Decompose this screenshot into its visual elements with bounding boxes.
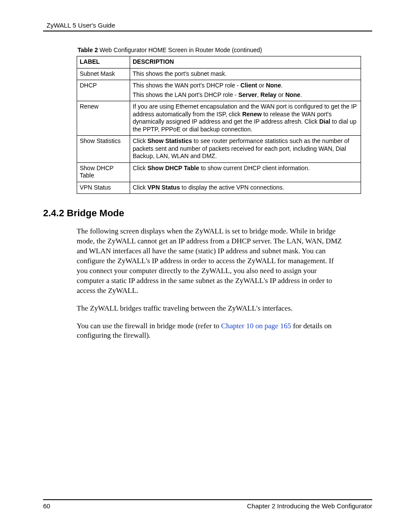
bold-text: Show DHCP Table [147,165,199,171]
body-text: The following screen displays when the Z… [77,227,344,341]
bold-text: Show Statistics [147,137,192,144]
chapter-name: Chapter 2 Introducing the Web Configurat… [247,502,372,510]
text: You can use the firewall in bridge mode … [77,322,221,330]
config-table: LABEL DESCRIPTION Subnet Mask This shows… [77,56,361,194]
table-header-row: LABEL DESCRIPTION [77,56,361,68]
table-block: Table 2 Web Configurator HOME Screen in … [77,47,372,194]
running-header: ZyWALL 5 User's Guide [43,22,372,31]
row-label: Show DHCP Table [77,162,130,182]
bold-text: Relay [261,91,277,98]
paragraph: The following screen displays when the Z… [77,227,344,296]
row-desc: Click VPN Status to display the active V… [130,182,361,194]
table-row: Renew If you are using Ethernet encapsul… [77,101,361,136]
text: to show current DHCP client information. [199,165,310,171]
text: Click [133,165,147,171]
row-desc: If you are using Ethernet encapsulation … [130,101,361,136]
page-number: 60 [43,502,50,510]
cross-reference-link[interactable]: Chapter 10 on page 165 [221,322,291,330]
row-desc: This shows the WAN port's DHCP role - Cl… [130,80,361,101]
th-label: LABEL [77,56,130,68]
row-label: Renew [77,101,130,136]
paragraph: The ZyWALL bridges traffic traveling bet… [77,304,344,314]
text: Click [133,137,147,144]
row-label: Subnet Mask [77,68,130,80]
row-label: VPN Status [77,182,130,194]
guide-title: ZyWALL 5 User's Guide [47,22,115,29]
bold-text: None [266,82,281,89]
table-caption-label: Table 2 [78,47,98,53]
text: This shows the LAN port's DHCP role - [133,91,238,98]
table-caption-rest: Web Configurator HOME Screen in Router M… [98,47,262,53]
text: to display the active VPN connections. [180,184,284,191]
table-row: Subnet Mask This shows the port's subnet… [77,68,361,80]
text: This shows the WAN port's DHCP role - [133,82,240,89]
text: . [281,82,283,89]
row-label: DHCP [77,80,130,101]
row-label: Show Statistics [77,136,130,163]
table-row: VPN Status Click VPN Status to display t… [77,182,361,194]
bold-text: Renew [242,111,262,118]
text: Click [133,184,147,191]
row-desc: Click Show Statistics to see router perf… [130,136,361,163]
table-row: DHCP This shows the WAN port's DHCP role… [77,80,361,101]
bold-text: Client [240,82,257,89]
row-desc: This shows the port's subnet mask. [130,68,361,80]
text: or [277,91,285,98]
section-heading: 2.4.2 Bridge Mode [43,208,372,219]
text: , [257,91,261,98]
paragraph: You can use the firewall in bridge mode … [77,321,344,341]
bold-text: VPN Status [147,184,180,191]
table-caption: Table 2 Web Configurator HOME Screen in … [78,47,372,53]
text: . [300,91,302,98]
table-row: Show Statistics Click Show Statistics to… [77,136,361,163]
document-page: ZyWALL 5 User's Guide Table 2 Web Config… [0,0,411,532]
row-desc: Click Show DHCP Table to show current DH… [130,162,361,182]
th-description: DESCRIPTION [130,56,361,68]
bold-text: Dial [319,118,330,125]
table-row: Show DHCP Table Click Show DHCP Table to… [77,162,361,182]
bold-text: None [285,91,300,98]
bold-text: Server [238,91,257,98]
page-footer: 60 Chapter 2 Introducing the Web Configu… [43,499,372,510]
text: or [257,82,266,89]
